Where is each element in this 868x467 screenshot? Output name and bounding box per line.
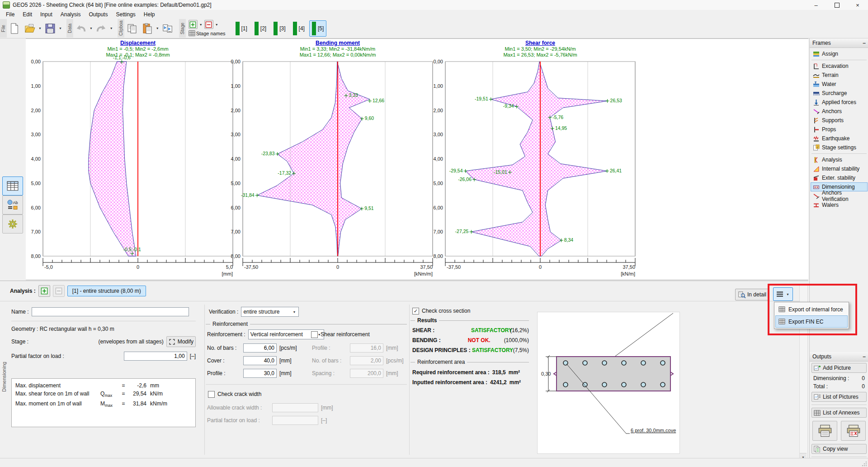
stage-buttons: [1][2][3][4][5] bbox=[233, 20, 327, 37]
chart-max-line: Max1 = 12,66; Max2 = 0,00kNm/m bbox=[243, 52, 433, 58]
stage-button-3[interactable]: [3] bbox=[271, 20, 288, 37]
menu-file[interactable]: File bbox=[2, 10, 19, 19]
list-of-annexes-button[interactable]: List of Annexes bbox=[811, 408, 867, 418]
save-dropdown-caret[interactable]: ▼ bbox=[59, 27, 62, 30]
stage-button-1[interactable]: [1] bbox=[233, 20, 250, 37]
print-selection-button[interactable] bbox=[841, 421, 866, 441]
open-file-button[interactable] bbox=[23, 20, 37, 37]
no-of-bars-label: No. of bars : bbox=[207, 345, 241, 351]
sidebar-item-internal-stability[interactable]: Internal stability bbox=[811, 164, 868, 173]
props-icon bbox=[813, 126, 820, 133]
annotation-label: -19,51 bbox=[475, 96, 488, 101]
frames-minimize-icon[interactable]: – bbox=[863, 40, 866, 46]
svg-text:1,00: 1,00 bbox=[31, 83, 41, 89]
export-menu-item[interactable]: Export of internal force bbox=[775, 303, 848, 315]
add-analysis-button[interactable] bbox=[38, 285, 50, 297]
outputs-minimize-icon[interactable]: – bbox=[863, 353, 866, 360]
undo-button[interactable] bbox=[74, 20, 88, 37]
sidebar-item-props[interactable]: Props bbox=[811, 125, 868, 134]
check-crack-width-checkbox[interactable] bbox=[208, 391, 215, 398]
charts-area: DisplacementMin1 = -0,5; Min2 = -2,6mmMa… bbox=[26, 38, 808, 280]
export-menu-item[interactable]: Export FIN EC bbox=[775, 315, 848, 328]
settings-button[interactable] bbox=[2, 214, 23, 234]
menu-outputs[interactable]: Outputs bbox=[85, 10, 112, 19]
sidebar-item-anchors[interactable]: Anchors bbox=[811, 107, 868, 116]
required-area-value: 318,5 bbox=[492, 369, 506, 376]
shear-reinforcement-checkbox[interactable] bbox=[311, 331, 318, 338]
menu-input[interactable]: Input bbox=[36, 10, 57, 19]
paste-dropdown-caret[interactable]: ▼ bbox=[156, 27, 159, 30]
stage-button-2[interactable]: [2] bbox=[252, 20, 269, 37]
menu-edit[interactable]: Edit bbox=[19, 10, 36, 19]
analysis-tab[interactable]: [1] - entire structure (8,00 m) bbox=[67, 286, 146, 296]
remove-stage-button[interactable] bbox=[204, 20, 213, 29]
add-stage-caret[interactable]: ▼ bbox=[199, 23, 203, 26]
sidebar-item-earthquake[interactable]: Earthquake bbox=[811, 134, 868, 143]
annotation-view-button[interactable]: Ab bbox=[2, 195, 23, 214]
print-button[interactable] bbox=[812, 421, 837, 441]
list-of-pictures-button[interactable]: List of Pictures bbox=[811, 392, 867, 402]
add-stage-button[interactable] bbox=[189, 20, 198, 29]
table-view-button[interactable] bbox=[2, 176, 23, 195]
add-picture-button[interactable]: Add Picture bbox=[811, 363, 867, 373]
svg-text:1,00: 1,00 bbox=[434, 83, 443, 89]
sidebar-item-assign[interactable]: Assign bbox=[811, 49, 868, 58]
right-sidebar: Frames – AssignExcavationTerrainWaterSur… bbox=[809, 38, 868, 458]
menu-settings[interactable]: Settings bbox=[112, 10, 139, 19]
menu-analysis[interactable]: Analysis bbox=[57, 10, 85, 19]
sidebar-item-anchors-verification[interactable]: Anchors Verification bbox=[811, 191, 868, 200]
sidebar-item-water[interactable]: Water bbox=[811, 80, 868, 89]
partial-factor-input[interactable] bbox=[124, 352, 187, 361]
annotation-marker bbox=[360, 207, 363, 210]
check-cross-section-checkbox[interactable]: ✓ bbox=[412, 308, 419, 315]
sidebar-item-stage-settings[interactable]: 2Stage settings bbox=[811, 143, 868, 152]
copy-button[interactable] bbox=[125, 20, 139, 37]
resize-grip[interactable] bbox=[862, 461, 867, 467]
open-dropdown-caret[interactable]: ▼ bbox=[38, 27, 42, 30]
sidebar-item-exter-stability[interactable]: Exter. stability bbox=[811, 173, 868, 182]
annotation-label: 8,34 bbox=[564, 237, 574, 243]
cover-input[interactable] bbox=[243, 356, 277, 365]
export-dropdown-button[interactable]: ▼ bbox=[773, 287, 793, 301]
redo-button[interactable] bbox=[94, 20, 108, 37]
export-menu: Export of internal forceExport FIN EC bbox=[774, 302, 849, 329]
svg-text:8,00: 8,00 bbox=[31, 253, 41, 259]
svg-text:3,00: 3,00 bbox=[434, 132, 443, 137]
copy-view-toolbar-button[interactable] bbox=[160, 20, 175, 37]
copy-view-button[interactable]: Copy view bbox=[811, 444, 867, 454]
sidebar-item-excavation[interactable]: Excavation bbox=[811, 62, 868, 71]
redo-dropdown-caret[interactable]: ▼ bbox=[110, 27, 113, 30]
sidebar-item-analysis[interactable]: Analysis bbox=[811, 155, 868, 164]
sidebar-item-supports[interactable]: Supports bbox=[811, 116, 868, 125]
stage-names-button[interactable]: Stage names bbox=[189, 30, 226, 37]
verification-select[interactable]: entire structure▼ bbox=[241, 307, 299, 317]
restore-button[interactable] bbox=[826, 0, 847, 10]
remove-analysis-button[interactable] bbox=[53, 285, 65, 297]
sidebar-item-applied-forces[interactable]: Applied forces bbox=[811, 98, 868, 107]
spacing-input bbox=[350, 369, 383, 378]
close-button[interactable]: × bbox=[847, 0, 868, 10]
remove-stage-caret[interactable]: ▼ bbox=[215, 23, 218, 26]
annotation-label: 9,60 bbox=[365, 115, 374, 121]
stage-button-label: [4] bbox=[299, 25, 305, 32]
name-input[interactable] bbox=[32, 307, 189, 316]
paste-button[interactable] bbox=[140, 20, 155, 37]
modify-button[interactable]: Modify bbox=[166, 336, 196, 347]
undo-dropdown-caret[interactable]: ▼ bbox=[90, 27, 93, 30]
stage-button-5[interactable]: [5] bbox=[309, 20, 326, 37]
menu-help[interactable]: Help bbox=[140, 10, 159, 19]
stage-button-4[interactable]: [4] bbox=[290, 20, 307, 37]
total-count: 0 bbox=[862, 383, 865, 390]
sidebar-item-terrain[interactable]: Terrain bbox=[811, 71, 868, 80]
new-file-button[interactable] bbox=[7, 20, 22, 37]
svg-text:Ab: Ab bbox=[13, 200, 18, 205]
profile-input[interactable] bbox=[243, 369, 277, 378]
no-of-bars-input[interactable] bbox=[243, 343, 277, 353]
save-button[interactable] bbox=[43, 20, 57, 37]
shear-profile-input bbox=[350, 343, 383, 353]
svg-text:1,00: 1,00 bbox=[231, 83, 241, 89]
inputted-area-unit: mm² bbox=[509, 379, 521, 386]
minimize-button[interactable]: – bbox=[806, 0, 826, 10]
sidebar-item-surcharge[interactable]: Surcharge bbox=[811, 89, 868, 98]
in-detail-button[interactable]: In detail bbox=[735, 289, 769, 300]
